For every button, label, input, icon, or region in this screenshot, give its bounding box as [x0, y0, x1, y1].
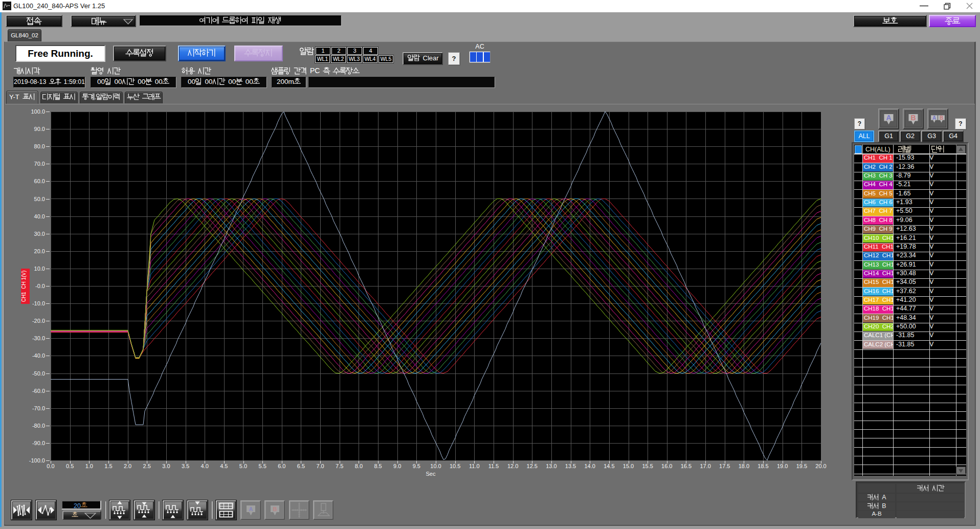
- svg-text:B: B: [273, 506, 277, 512]
- svg-text:B: B: [882, 502, 886, 510]
- svg-text:CH1 CH 1(V): CH1 CH 1(V): [21, 271, 27, 302]
- svg-text:1:59:01: 1:59:01: [63, 78, 84, 85]
- svg-text:B: B: [910, 114, 916, 122]
- svg-text:Y-T: Y-T: [9, 93, 19, 101]
- svg-text:A: A: [882, 494, 886, 501]
- svg-text:A: A: [249, 506, 253, 512]
- svg-text:20: 20: [74, 502, 81, 510]
- svg-text:00: 00: [115, 78, 122, 85]
- svg-text:PC: PC: [310, 67, 320, 75]
- svg-text:00: 00: [97, 78, 105, 85]
- svg-text:200m: 200m: [277, 78, 294, 85]
- svg-text:.: .: [94, 93, 96, 101]
- svg-text:00: 00: [205, 78, 213, 85]
- svg-text:Clear: Clear: [422, 54, 439, 62]
- svg-text:00: 00: [188, 78, 195, 85]
- svg-text:00: 00: [228, 78, 236, 85]
- svg-text:A: A: [932, 115, 936, 121]
- svg-text:A: A: [886, 114, 891, 122]
- svg-text:2019-08-13: 2019-08-13: [14, 78, 46, 85]
- svg-text:B: B: [940, 115, 943, 121]
- svg-text:00: 00: [138, 78, 145, 85]
- svg-text:00: 00: [155, 78, 163, 85]
- svg-text:00: 00: [246, 78, 253, 85]
